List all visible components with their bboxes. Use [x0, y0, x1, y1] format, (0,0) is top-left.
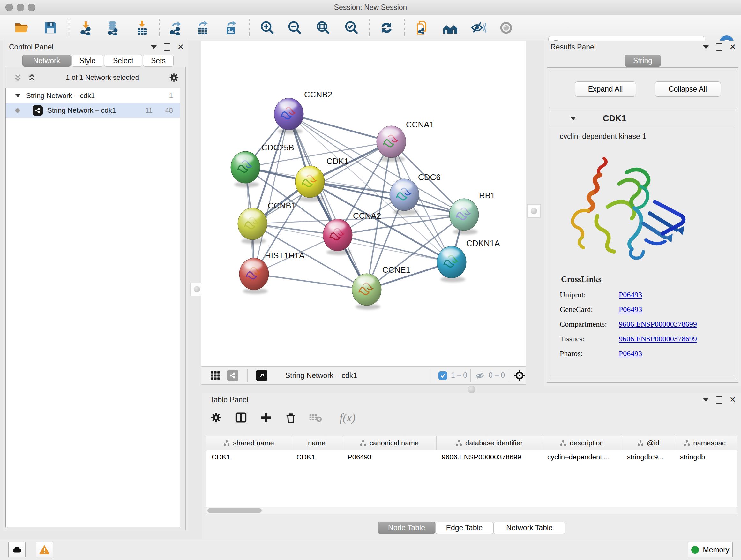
show-hidden-button[interactable]: [497, 19, 515, 37]
panel-float-icon[interactable]: [716, 44, 723, 51]
check-icon: [440, 373, 446, 379]
grey-eye-icon: [499, 20, 514, 35]
import-table-from-file-button[interactable]: [133, 19, 151, 37]
hide-selected-button[interactable]: [469, 19, 487, 37]
import-network-from-database-button[interactable]: [104, 19, 122, 37]
edge-CCNA2-CDKN1A[interactable]: [338, 235, 452, 262]
tree-row-network[interactable]: String Network – cdk1 11 48: [6, 103, 180, 118]
right-splitter-handle[interactable]: [527, 204, 541, 218]
crosslink-compartments[interactable]: 9606.ENSP00000378699: [619, 320, 697, 328]
tab-network[interactable]: Network: [22, 55, 71, 67]
table-horizontal-scrollbar[interactable]: [206, 507, 737, 514]
crosslink-label: GeneCard:: [551, 305, 619, 314]
import-network-from-file-button[interactable]: [77, 19, 95, 37]
panel-collapse-icon[interactable]: [151, 45, 157, 49]
tab-edge-table[interactable]: Edge Table: [435, 522, 493, 534]
panel-close-icon[interactable]: ✕: [730, 396, 736, 403]
edge-HIST1H1A-CCNE1[interactable]: [254, 274, 367, 290]
node-label-CDC6: CDC6: [418, 172, 441, 182]
tree-row-network-collection[interactable]: String Network – cdk1 1: [6, 88, 180, 103]
zoom-selected-button[interactable]: [343, 19, 360, 37]
tab-network-table[interactable]: Network Table: [493, 522, 565, 534]
panel-float-icon[interactable]: [716, 396, 723, 403]
panel-collapse-icon[interactable]: [703, 398, 709, 401]
crosslink-label: Compartments:: [551, 320, 619, 328]
selected-checkbox[interactable]: [439, 371, 447, 380]
export-network-button[interactable]: [167, 19, 185, 37]
crosslink-label: Tissues:: [551, 334, 619, 343]
delete-column-button[interactable]: [283, 410, 298, 425]
column-header-namespace[interactable]: namespac: [675, 436, 734, 450]
column-header-database-identifier[interactable]: database identifier: [436, 436, 542, 450]
warning-status-button[interactable]: [36, 542, 53, 557]
apply-layout-button[interactable]: [378, 19, 395, 37]
table-panel-title: Table Panel: [202, 395, 248, 404]
birds-eye-view-icon[interactable]: [514, 369, 526, 381]
network-graph[interactable]: CCNB2CCNA1CDC25BCDK1CDC6RB1CCNB1CCNA2CDK…: [201, 41, 526, 366]
panel-collapse-icon[interactable]: [703, 45, 709, 49]
column-header-id[interactable]: @id: [622, 436, 675, 450]
zoom-out-button[interactable]: [286, 19, 304, 37]
section-collapse-icon[interactable]: [570, 117, 576, 120]
detach-view-button[interactable]: [256, 370, 267, 381]
function-builder-button[interactable]: f(x): [333, 410, 362, 425]
tab-style[interactable]: Style: [71, 55, 104, 67]
gear-icon[interactable]: [168, 72, 180, 83]
table-row[interactable]: CDK1 CDK1 P06493 9606.ENSP00000378699 cy…: [206, 450, 737, 464]
tab-sets[interactable]: Sets: [143, 55, 174, 67]
first-neighbors-button[interactable]: [413, 19, 431, 37]
cloud-status-button[interactable]: [8, 542, 25, 557]
crosslink-tissues[interactable]: 9606.ENSP00000378699: [619, 334, 697, 343]
memory-button[interactable]: Memory: [688, 542, 733, 557]
network-view-canvas[interactable]: CCNB2CCNA1CDC25BCDK1CDC6RB1CCNB1CCNA2CDK…: [201, 41, 526, 367]
cell-namespace: stringdb: [675, 450, 734, 464]
zoom-out-icon: [287, 20, 302, 36]
tab-select[interactable]: Select: [104, 55, 142, 67]
zoom-in-icon: [260, 20, 275, 36]
edge-CDK1-RB1[interactable]: [310, 182, 464, 214]
tab-string[interactable]: String: [624, 55, 661, 67]
columns-icon: [234, 411, 247, 424]
collapse-all-icon[interactable]: [13, 73, 23, 82]
zoom-fit-button[interactable]: [314, 19, 332, 37]
hidden-eye-slash-icon: [475, 371, 485, 381]
crosslink-genecard[interactable]: P06493: [619, 305, 642, 314]
expand-all-icon[interactable]: [27, 73, 37, 82]
bar-separator: [247, 369, 248, 382]
column-header-shared-name[interactable]: shared name: [206, 436, 291, 450]
column-header-description[interactable]: description: [542, 436, 622, 450]
edge-CCNB2-HIST1H1A[interactable]: [254, 114, 289, 274]
table-settings-button[interactable]: [209, 410, 223, 425]
crosslink-uniprot[interactable]: P06493: [619, 291, 642, 299]
scrollbar-thumb[interactable]: [207, 508, 262, 513]
panel-close-icon[interactable]: ✕: [178, 44, 184, 50]
cell-name: CDK1: [291, 450, 342, 464]
crosslink-label: Pharos:: [551, 349, 619, 358]
create-column-button[interactable]: [259, 410, 273, 425]
column-header-name[interactable]: name: [291, 436, 342, 450]
save-session-button[interactable]: [42, 19, 59, 37]
show-all-nodes-button[interactable]: [441, 19, 459, 37]
tab-node-table[interactable]: Node Table: [378, 522, 435, 534]
show-columns-button[interactable]: [233, 410, 248, 425]
selected-node-edge-counts: 1 – 0: [451, 371, 467, 380]
horizontal-splitter-handle[interactable]: [468, 386, 475, 393]
export-table-button[interactable]: [194, 19, 212, 37]
panel-float-icon[interactable]: [164, 44, 171, 51]
window-title: Session: New Session: [0, 3, 741, 12]
crosslink-pharos[interactable]: P06493: [619, 349, 642, 358]
open-session-button[interactable]: [13, 19, 30, 37]
grid-mode-button[interactable]: [210, 370, 221, 381]
expand-all-button[interactable]: Expand All: [575, 81, 636, 97]
tree-expand-icon[interactable]: [15, 94, 20, 98]
network-view-mode-button[interactable]: [227, 370, 239, 381]
delete-table-button[interactable]: [308, 410, 323, 425]
memory-label: Memory: [703, 546, 729, 554]
collapse-all-button[interactable]: Collapse All: [655, 81, 721, 97]
edge-CCNB2-CCNE1[interactable]: [289, 114, 367, 290]
panel-close-icon[interactable]: ✕: [730, 44, 736, 50]
export-image-button[interactable]: [222, 19, 240, 37]
column-header-canonical-name[interactable]: canonical name: [342, 436, 436, 450]
zoom-in-button[interactable]: [259, 19, 276, 37]
network-tree: String Network – cdk1 1 String Network –…: [5, 88, 180, 527]
